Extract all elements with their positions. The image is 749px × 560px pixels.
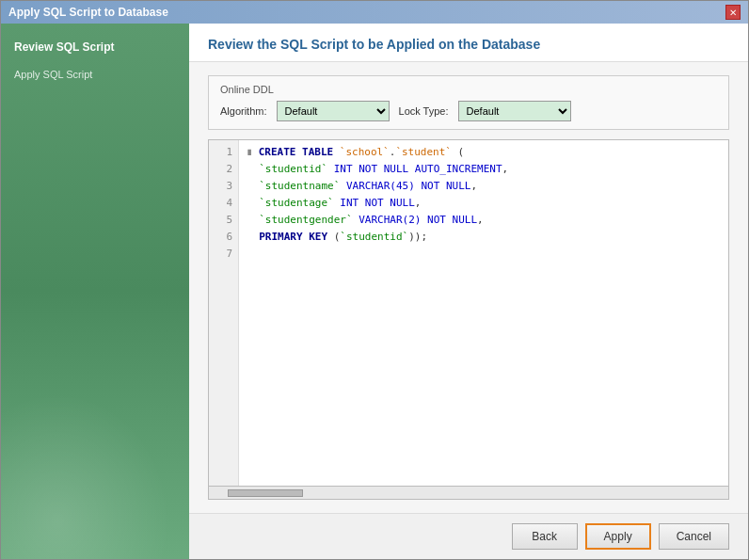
cancel-button[interactable]: Cancel (659, 523, 729, 550)
sidebar-item-apply-label: Apply SQL Script (14, 69, 92, 80)
sidebar-item-apply[interactable]: Apply SQL Script (1, 61, 189, 88)
footer: Back Apply Cancel (189, 513, 748, 559)
online-ddl-label: Online DDL (220, 84, 717, 95)
sidebar: Review SQL Script Apply SQL Script (1, 24, 189, 559)
lock-type-label: Lock Type: (399, 105, 449, 117)
main-window: Apply SQL Script to Database ✕ Review SQ… (0, 0, 749, 560)
close-button[interactable]: ✕ (725, 5, 741, 20)
algorithm-label: Algorithm: (220, 105, 267, 117)
title-bar: Apply SQL Script to Database ✕ (1, 1, 748, 24)
scrollbar-x[interactable] (209, 486, 728, 499)
sql-code[interactable]: ∎ CREATE TABLE `school`.`student` ( `stu… (239, 140, 728, 486)
window-body: Review SQL Script Apply SQL Script Revie… (1, 24, 748, 559)
sql-editor-body: 1234567 ∎ CREATE TABLE `school`.`student… (209, 140, 728, 486)
main-content: Review the SQL Script to be Applied on t… (189, 24, 748, 559)
page-title: Review the SQL Script to be Applied on t… (208, 37, 729, 52)
back-button[interactable]: Back (512, 523, 578, 550)
sql-editor-container: 1234567 ∎ CREATE TABLE `school`.`student… (208, 139, 729, 500)
lock-type-select[interactable]: Default (458, 101, 571, 121)
algorithm-select[interactable]: Default (277, 101, 390, 121)
sidebar-item-review-label: Review SQL Script (14, 40, 114, 54)
main-header: Review the SQL Script to be Applied on t… (189, 24, 748, 62)
content-area: Online DDL Algorithm: Default Lock Type:… (189, 62, 748, 513)
scrollbar-thumb[interactable] (228, 489, 303, 497)
online-ddl-section: Online DDL Algorithm: Default Lock Type:… (208, 75, 729, 130)
sidebar-item-review[interactable]: Review SQL Script (1, 33, 189, 61)
apply-button[interactable]: Apply (585, 523, 651, 550)
line-numbers: 1234567 (209, 140, 239, 486)
ddl-row: Algorithm: Default Lock Type: Default (220, 101, 717, 121)
window-title: Apply SQL Script to Database (8, 6, 168, 19)
